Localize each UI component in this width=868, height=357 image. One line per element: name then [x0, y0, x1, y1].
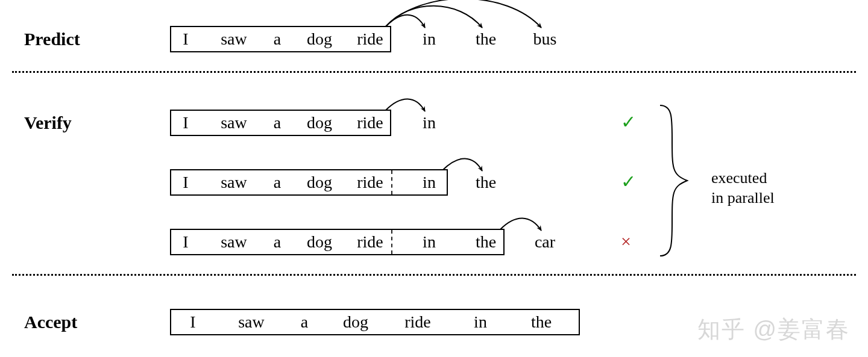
- arrow-verify2-the: [443, 158, 482, 171]
- predict-tok-I: I: [183, 31, 188, 48]
- verify3-tok-dog: dog: [307, 234, 332, 250]
- annotation-executed-in-parallel: executed in parallel: [711, 169, 775, 208]
- accept-tok-saw: saw: [238, 314, 265, 331]
- verify2-tok-ride: ride: [357, 174, 383, 191]
- verify1-tok-in: in: [423, 114, 436, 131]
- verify2-tok-saw: saw: [221, 174, 247, 191]
- accept-tok-ride: ride: [404, 314, 431, 331]
- verify1-check-icon: ✓: [621, 113, 636, 131]
- label-accept: Accept: [24, 313, 77, 331]
- label-verify: Verify: [24, 114, 72, 132]
- verify1-tok-ride: ride: [357, 114, 383, 131]
- predict-tok-ride: ride: [357, 31, 383, 48]
- verify3-tok-a: a: [274, 234, 281, 250]
- verify3-cross-icon: ×: [621, 232, 631, 250]
- verify2-tok-in: in: [423, 174, 436, 191]
- arrow-verify1-in: [386, 99, 425, 111]
- accept-tok-a: a: [301, 314, 308, 331]
- verify3-tok-car: car: [535, 234, 555, 250]
- accept-tok-in: in: [474, 314, 487, 331]
- accept-tok-I: I: [190, 314, 195, 331]
- predict-tok-bus: bus: [533, 31, 557, 48]
- arrow-predict-in: [386, 15, 425, 28]
- verify3-tok-the: the: [476, 234, 496, 250]
- diagram-stage: Predict I saw a dog ride in the bus Veri…: [0, 0, 868, 357]
- brace-verify: [660, 105, 687, 256]
- verify3-tok-ride: ride: [357, 234, 383, 250]
- predict-tok-a: a: [274, 31, 281, 48]
- verify3-dashed-sep: [391, 230, 392, 254]
- annotation-line2: in parallel: [711, 189, 775, 206]
- accept-box: [170, 309, 580, 335]
- accept-tok-the: the: [531, 314, 552, 331]
- predict-tok-in: in: [423, 31, 436, 48]
- verify3-tok-in: in: [423, 234, 436, 250]
- verify2-check-icon: ✓: [621, 173, 636, 191]
- separator-2: [12, 274, 856, 276]
- separator-1: [12, 71, 856, 73]
- predict-tok-the: the: [476, 31, 496, 48]
- arrow-predict-the: [386, 6, 482, 28]
- verify1-tok-I: I: [183, 114, 188, 131]
- verify2-tok-the: the: [476, 174, 496, 191]
- predict-tok-dog: dog: [307, 31, 332, 48]
- arrow-predict-bus: [386, 0, 541, 28]
- verify2-tok-dog: dog: [307, 174, 332, 191]
- arrow-verify3-car: [500, 218, 541, 231]
- accept-tok-dog: dog: [343, 314, 368, 331]
- annotation-line1: executed: [711, 169, 767, 187]
- predict-tok-saw: saw: [221, 31, 247, 48]
- verify1-tok-dog: dog: [307, 114, 332, 131]
- verify2-tok-a: a: [274, 174, 281, 191]
- verify3-tok-I: I: [183, 234, 188, 250]
- verify1-tok-a: a: [274, 114, 281, 131]
- verify2-dashed-sep: [391, 170, 392, 194]
- verify2-tok-I: I: [183, 174, 188, 191]
- watermark: 知乎 @姜富春: [697, 314, 850, 345]
- verify3-tok-saw: saw: [221, 234, 247, 250]
- verify1-tok-saw: saw: [221, 114, 247, 131]
- label-predict: Predict: [24, 30, 80, 48]
